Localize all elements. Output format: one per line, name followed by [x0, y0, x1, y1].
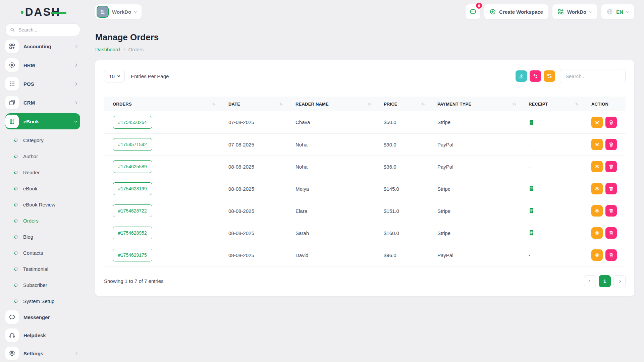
- delete-order-button[interactable]: [605, 117, 617, 128]
- receipt-icon: [529, 119, 534, 125]
- column-header-payment-type[interactable]: PAYMENT TYPE: [429, 97, 520, 111]
- order-id-badge[interactable]: #1754629175: [113, 249, 152, 261]
- column-header-reader-name[interactable]: READER NAME: [287, 97, 375, 111]
- order-id-badge[interactable]: #1754628722: [113, 204, 152, 217]
- sort-icon: [575, 102, 579, 106]
- view-order-button[interactable]: [591, 227, 603, 239]
- sidebar-item-ebook[interactable]: eBook: [5, 113, 80, 129]
- sidebar-item-hrm[interactable]: HRM: [5, 57, 80, 73]
- sidebar-subitem-author[interactable]: Author: [5, 148, 80, 164]
- row-actions: [591, 227, 622, 239]
- order-price: $90.0: [384, 142, 396, 147]
- receipt-link[interactable]: [529, 230, 579, 236]
- sidebar-subitem-testimonial[interactable]: Testimonial: [5, 261, 80, 277]
- receipt-link[interactable]: [529, 208, 579, 214]
- sidebar-search-input[interactable]: [18, 27, 75, 33]
- sidebar-subitem-subscriber[interactable]: Subscriber: [5, 277, 80, 293]
- reader-name-cell: David: [287, 244, 375, 266]
- sidebar-item-messenger[interactable]: Messenger: [5, 309, 80, 325]
- sidebar-item-pos[interactable]: POS: [5, 76, 80, 92]
- order-date: 07-08-2025: [228, 142, 254, 147]
- bullet-icon: [13, 202, 18, 207]
- back-button[interactable]: [530, 70, 541, 82]
- payment-type: PayPal: [437, 142, 453, 147]
- order-id-badge[interactable]: #1754628199: [113, 182, 152, 195]
- bullet-icon: [13, 250, 18, 255]
- delete-order-button[interactable]: [605, 249, 617, 261]
- view-order-button[interactable]: [591, 205, 603, 217]
- orders-table-body: #175455026407-08-2025Chava$50.0Stripe#17…: [104, 111, 626, 266]
- entries-per-page-select[interactable]: 10: [104, 70, 125, 82]
- sidebar-subitem-orders[interactable]: Orders: [5, 213, 80, 229]
- chevron-right-icon: [74, 101, 77, 104]
- pagination-next-button[interactable]: [613, 275, 626, 287]
- receipt-link[interactable]: [529, 186, 579, 192]
- language-selector[interactable]: EN: [601, 4, 634, 19]
- sidebar-subitem-ebook[interactable]: eBook: [5, 180, 80, 196]
- payment-type: Stripe: [437, 119, 450, 125]
- table-search-input[interactable]: [560, 69, 626, 83]
- row-actions: [591, 139, 622, 150]
- sidebar-item-settings[interactable]: Settings: [5, 345, 80, 361]
- delete-order-button[interactable]: [605, 161, 617, 172]
- entries-summary: Showing 1 to 7 of 7 entries: [104, 278, 164, 284]
- sidebar-item-crm[interactable]: CRM: [5, 95, 80, 111]
- column-header-orders[interactable]: ORDERS: [104, 97, 220, 111]
- icon-box: [5, 115, 19, 128]
- view-order-button[interactable]: [591, 183, 603, 194]
- trash-icon: [608, 208, 614, 214]
- pagination-page-1[interactable]: 1: [599, 275, 611, 287]
- order-id-badge[interactable]: #1754571542: [113, 138, 152, 151]
- pagination-prev-button[interactable]: [584, 275, 596, 287]
- language-label: EN: [616, 9, 623, 15]
- delete-order-button[interactable]: [605, 139, 617, 150]
- eye-icon: [594, 186, 600, 191]
- column-header-receipt[interactable]: RECEIPT: [520, 97, 583, 111]
- sidebar-item-accounting[interactable]: Accounting: [5, 38, 80, 54]
- sidebar-subitem-system-setup[interactable]: System Setup: [5, 293, 80, 309]
- messages-badge: 0: [476, 3, 482, 9]
- bullet-icon: [13, 170, 18, 175]
- bullet-icon: [13, 170, 18, 175]
- delete-order-button[interactable]: [605, 227, 617, 239]
- workspace-switcher[interactable]: WorkDo: [95, 4, 142, 19]
- order-date: 08-08-2025: [228, 186, 254, 192]
- bullet-icon: [13, 234, 18, 239]
- sidebar-subitem-blog[interactable]: Blog: [5, 229, 80, 245]
- view-order-button[interactable]: [591, 139, 603, 150]
- column-header-date[interactable]: DATE: [220, 97, 287, 111]
- sidebar-subitem-ebook-review[interactable]: eBook Review: [5, 196, 80, 213]
- view-order-button[interactable]: [591, 161, 603, 172]
- view-order-button[interactable]: [591, 249, 603, 261]
- refresh-button[interactable]: [544, 70, 555, 82]
- reader-name: Meiya: [296, 186, 309, 192]
- sort-icon: [367, 102, 372, 106]
- workdo-menu-button[interactable]: WorkDo: [552, 4, 597, 19]
- sidebar-subitem-contacts[interactable]: Contacts: [5, 245, 80, 261]
- sidebar-subitem-category[interactable]: Category: [5, 132, 80, 148]
- sidebar-item-helpdesk[interactable]: Helpdesk: [5, 327, 80, 343]
- order-id-badge[interactable]: #1754550264: [113, 116, 152, 129]
- view-order-button[interactable]: [591, 117, 603, 128]
- receipt-link[interactable]: [529, 119, 579, 125]
- reader-name-cell: Meiya: [287, 178, 375, 200]
- workdo-menu-label: WorkDo: [567, 9, 586, 15]
- order-id-badge[interactable]: #1754628952: [113, 227, 152, 239]
- delete-order-button[interactable]: [605, 183, 617, 194]
- messages-button[interactable]: 0: [466, 4, 480, 19]
- main-content: WorkDo 0 Create Workspace WorkDo EN: [86, 0, 644, 296]
- order-date-cell: 08-08-2025: [220, 178, 287, 200]
- export-button[interactable]: [516, 70, 527, 82]
- order-id-badge[interactable]: #1754625589: [113, 160, 152, 173]
- create-workspace-button[interactable]: Create Workspace: [484, 4, 548, 19]
- sidebar-subitem-reader[interactable]: Reader: [5, 164, 80, 180]
- order-price: $36.0: [384, 164, 396, 170]
- row-actions: [591, 183, 622, 194]
- column-header-price[interactable]: PRICE: [375, 97, 429, 111]
- table-row: #175455026407-08-2025Chava$50.0Stripe: [104, 111, 626, 133]
- bullet-icon: [13, 283, 18, 288]
- trash-icon: [608, 186, 614, 191]
- breadcrumb-dashboard-link[interactable]: Dashboard: [95, 47, 120, 52]
- pagination: 1: [584, 275, 626, 287]
- delete-order-button[interactable]: [605, 205, 617, 217]
